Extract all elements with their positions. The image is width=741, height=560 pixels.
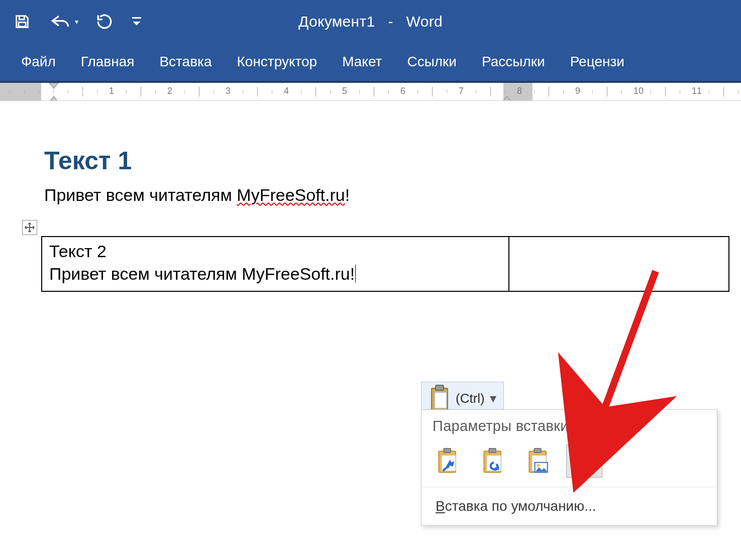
hanging-indent-marker[interactable]: [48, 92, 59, 101]
ruler-tick: [432, 87, 433, 96]
first-line-indent-marker[interactable]: [48, 83, 59, 93]
ruler-number: 3: [226, 86, 231, 96]
tab-home[interactable]: Главная: [77, 49, 139, 75]
ruler-tick: [243, 90, 243, 93]
svg-rect-4: [436, 385, 444, 390]
ruler-tick: [39, 90, 39, 93]
undo-button[interactable]: ▾: [48, 12, 78, 32]
document-area[interactable]: Текст 1 Привет всем читателям MyFreeSoft…: [0, 101, 741, 292]
ruler-number: 6: [400, 86, 405, 96]
tab-review[interactable]: Рецензи: [566, 49, 628, 75]
ruler-tick: [199, 87, 199, 96]
clipboard-merge-icon: [480, 447, 508, 475]
svg-rect-18: [579, 449, 586, 453]
ruler-tick: [272, 90, 272, 93]
tab-layout[interactable]: Макет: [338, 49, 386, 75]
title-app: Word: [406, 13, 443, 30]
ruler-ticks: 123456789101112: [0, 83, 741, 100]
move-icon: [24, 222, 35, 233]
paste-merge-formatting[interactable]: [476, 444, 512, 478]
ruler-tick: [709, 90, 709, 93]
svg-rect-1: [132, 17, 141, 19]
paste-as-picture[interactable]: [521, 444, 557, 478]
ruler-tick: [126, 90, 127, 93]
table-cell[interactable]: [509, 237, 729, 292]
svg-rect-5: [435, 392, 447, 408]
undo-icon: [49, 13, 72, 30]
title-doc: Документ1: [298, 13, 375, 30]
tab-insert[interactable]: Вставка: [155, 49, 216, 75]
paragraph-text: !: [345, 185, 350, 204]
spelling-error[interactable]: MyFreeSoft.ru: [237, 185, 345, 204]
ruler-tick: [447, 90, 447, 93]
paste-default-label: ставка по умолчанию...: [445, 498, 596, 514]
quick-access-toolbar: ▾: [12, 12, 143, 32]
table-row: Текст 2 Привет всем читателям MyFreeSoft…: [42, 237, 729, 292]
svg-text:A: A: [586, 460, 595, 474]
ruler-tick: [665, 87, 666, 96]
svg-rect-0: [19, 22, 26, 27]
ruler-number: 2: [167, 86, 172, 96]
paste-options-menu: Параметры вставки:: [421, 409, 717, 526]
ruler-tick: [374, 87, 374, 96]
ruler-tick: [97, 90, 97, 93]
ruler-tick: [301, 90, 301, 93]
titlebar: ▾ Документ1 - Word: [0, 0, 741, 43]
ribbon-tabs: Файл Главная Вставка Конструктор Макет С…: [0, 43, 741, 83]
clipboard-keep-source-icon: [435, 447, 463, 475]
table-cell-text: Привет всем читателям MyFreeSoft.ru!: [49, 264, 355, 283]
tab-mailings[interactable]: Рассылки: [478, 49, 549, 75]
ruler-tick: [184, 90, 185, 93]
chevron-down-icon: ▾: [75, 18, 78, 26]
horizontal-ruler[interactable]: 123456789101112: [0, 83, 741, 101]
redo-button[interactable]: [94, 12, 115, 32]
ruler-tick: [490, 87, 491, 96]
ruler-number: 10: [633, 86, 644, 96]
tab-references[interactable]: Ссылки: [403, 49, 461, 75]
tab-design[interactable]: Конструктор: [233, 49, 322, 75]
save-icon: [14, 13, 31, 30]
ruler-tick: [723, 87, 724, 96]
ruler-tick: [738, 90, 738, 93]
ruler-tick: [563, 90, 564, 93]
svg-point-16: [537, 464, 540, 467]
ruler-tick: [82, 90, 83, 93]
table-move-handle[interactable]: [22, 220, 37, 235]
paste-default-settings[interactable]: Вставка по умолчанию...: [421, 487, 717, 525]
chevron-down-icon: ▾: [490, 391, 496, 406]
ruler-tick: [155, 90, 156, 93]
table-cell[interactable]: Текст 2 Привет всем читателям MyFreeSoft…: [42, 237, 509, 292]
ruler-tick: [359, 90, 360, 93]
save-button[interactable]: [12, 12, 32, 32]
ruler-tick: [534, 90, 535, 93]
heading-1[interactable]: Текст 1: [44, 146, 741, 175]
paste-text-only[interactable]: A: [566, 444, 602, 478]
svg-rect-10: [489, 449, 496, 453]
paragraph[interactable]: Привет всем читателям MyFreeSoft.ru!: [44, 184, 741, 206]
table[interactable]: Текст 2 Привет всем читателям MyFreeSoft…: [41, 236, 729, 292]
right-indent-marker[interactable]: [501, 92, 512, 101]
ruler-number: 8: [517, 86, 522, 96]
ruler-tick: [417, 90, 418, 93]
paste-keep-source-formatting[interactable]: [431, 444, 467, 478]
svg-rect-13: [534, 449, 541, 453]
text-caret: [355, 265, 356, 283]
ruler-tick: [141, 87, 141, 96]
title-sep: -: [388, 13, 393, 30]
svg-rect-7: [444, 449, 451, 453]
ruler-tick: [315, 87, 316, 96]
ruler-number: 7: [459, 86, 464, 96]
redo-icon: [95, 13, 114, 30]
customize-qat-button[interactable]: [131, 12, 143, 32]
ruler-tick: [330, 90, 331, 93]
ruler-number: 5: [342, 86, 347, 96]
paste-default-accesskey: В: [436, 498, 445, 514]
ruler-tick: [214, 90, 214, 93]
tab-file[interactable]: Файл: [17, 49, 60, 75]
ruler-tick: [651, 90, 651, 93]
ruler-tick: [68, 90, 68, 93]
ruler-tick: [549, 87, 549, 96]
ruler-tick: [24, 90, 25, 93]
paste-menu-header: Параметры вставки:: [421, 410, 717, 444]
ruler-tick: [10, 90, 10, 93]
